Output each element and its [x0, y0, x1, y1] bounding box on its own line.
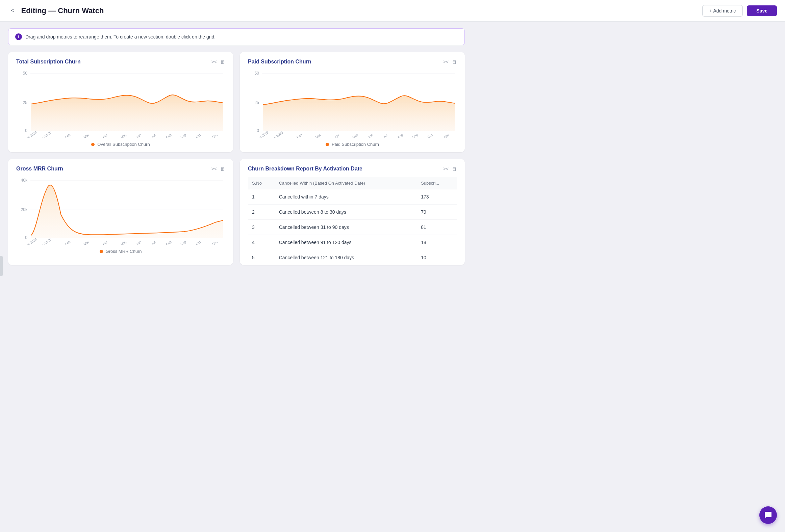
delete-icon[interactable]: 🗑 — [220, 59, 225, 64]
header-left: < Editing — Churn Watch — [8, 6, 104, 16]
svg-text:0: 0 — [25, 128, 27, 133]
table-row: 5 Cancelled between 121 to 180 days 10 — [248, 250, 457, 265]
add-metric-button[interactable]: + Add metric — [702, 5, 743, 17]
chart-legend: Overall Subscription Churn — [16, 142, 225, 147]
chart-legend: Gross MRR Churn — [16, 249, 225, 254]
svg-text:Apr: Apr — [333, 133, 340, 138]
info-banner: i Drag and drop metrics to rearrange the… — [8, 28, 465, 45]
table-row: 4 Cancelled between 91 to 120 days 18 — [248, 235, 457, 250]
expand-icon[interactable]: >< — [211, 166, 217, 171]
svg-text:Sep: Sep — [180, 240, 187, 245]
card-actions: >< 🗑 — [443, 166, 457, 171]
svg-text:0: 0 — [25, 235, 27, 240]
header: < Editing — Churn Watch + Add metric Sav… — [0, 0, 785, 22]
svg-text:Aug: Aug — [165, 133, 172, 138]
info-icon: i — [15, 33, 22, 40]
banner-text: Drag and drop metrics to rearrange them.… — [25, 34, 216, 39]
cell-value: 79 — [417, 205, 457, 220]
svg-text:May: May — [120, 240, 127, 245]
chat-bubble[interactable] — [759, 506, 777, 524]
delete-icon[interactable]: 🗑 — [452, 166, 457, 171]
svg-text:Jun: Jun — [367, 133, 373, 138]
paid-subscription-churn-card: Paid Subscription Churn >< 🗑 50 25 0 — [240, 52, 465, 152]
svg-text:Jun: Jun — [135, 133, 142, 138]
svg-text:Feb: Feb — [296, 133, 303, 138]
cell-sno: 3 — [248, 220, 275, 235]
chat-icon — [764, 511, 772, 519]
svg-text:50: 50 — [255, 71, 259, 76]
svg-text:Mar: Mar — [83, 133, 90, 138]
card-title: Churn Breakdown Report By Activation Dat… — [248, 166, 362, 172]
svg-text:Aug: Aug — [397, 133, 404, 138]
cell-label: Cancelled between 91 to 120 days — [275, 235, 417, 250]
card-header: Churn Breakdown Report By Activation Dat… — [248, 166, 457, 172]
svg-text:0: 0 — [257, 128, 259, 133]
save-button[interactable]: Save — [747, 5, 777, 16]
svg-text:Oct: Oct — [195, 133, 201, 138]
legend-label: Gross MRR Churn — [106, 249, 142, 254]
svg-text:Jul: Jul — [151, 133, 156, 138]
table-row: 2 Cancelled between 8 to 30 days 79 — [248, 205, 457, 220]
card-header: Total Subscription Churn >< 🗑 — [16, 59, 225, 65]
cell-value: 18 — [417, 235, 457, 250]
table-row: 1 Cancelled within 7 days 173 — [248, 189, 457, 205]
svg-text:Jul: Jul — [151, 240, 156, 245]
churn-breakdown-table: S.No Cancelled Within (Based On Activate… — [248, 177, 457, 265]
legend-label: Paid Subscription Churn — [332, 142, 379, 147]
dashboard-grid: Total Subscription Churn >< 🗑 50 25 0 — [8, 52, 465, 265]
page-title: Editing — Churn Watch — [21, 6, 104, 15]
legend-dot — [91, 143, 95, 146]
svg-text:Feb: Feb — [64, 240, 71, 245]
table-header-row: S.No Cancelled Within (Based On Activate… — [248, 177, 457, 189]
expand-icon[interactable]: >< — [443, 59, 449, 64]
col-subscriptions: Subscri... — [417, 177, 457, 189]
line-chart: 50 25 0 — [16, 70, 225, 138]
col-cancelled-within: Cancelled Within (Based On Activated Dat… — [275, 177, 417, 189]
chart-area: 50 25 0 — [16, 70, 225, 138]
svg-text:Mar: Mar — [83, 240, 90, 245]
svg-text:Aug: Aug — [165, 240, 172, 245]
line-chart: 50 25 0 Dec 2019 Jan 2020 — [248, 70, 457, 138]
cell-sno: 5 — [248, 250, 275, 265]
svg-text:Oct: Oct — [195, 240, 201, 245]
chart-area: 40k 20k 0 Dec 2019 — [16, 177, 225, 245]
card-title: Total Subscription Churn — [16, 59, 81, 65]
svg-text:Mar: Mar — [315, 133, 322, 138]
cell-value: 173 — [417, 189, 457, 205]
delete-icon[interactable]: 🗑 — [220, 166, 225, 171]
table-row: 3 Cancelled between 31 to 90 days 81 — [248, 220, 457, 235]
chart-area: 50 25 0 Dec 2019 Jan 2020 — [248, 70, 457, 138]
card-header: Gross MRR Churn >< 🗑 — [16, 166, 225, 172]
svg-text:May: May — [120, 133, 127, 138]
card-title: Paid Subscription Churn — [248, 59, 311, 65]
svg-text:25: 25 — [255, 100, 259, 105]
delete-icon[interactable]: 🗑 — [452, 59, 457, 64]
svg-text:20k: 20k — [21, 207, 28, 212]
cell-sno: 4 — [248, 235, 275, 250]
card-header: Paid Subscription Churn >< 🗑 — [248, 59, 457, 65]
svg-text:Jan 2020: Jan 2020 — [39, 130, 52, 138]
content-area: i Drag and drop metrics to rearrange the… — [0, 22, 473, 272]
cell-label: Cancelled between 121 to 180 days — [275, 250, 417, 265]
gross-mrr-churn-card: Gross MRR Churn >< 🗑 40k 20k 0 — [8, 159, 233, 265]
cell-value: 81 — [417, 220, 457, 235]
cell-sno: 1 — [248, 189, 275, 205]
cell-sno: 2 — [248, 205, 275, 220]
svg-text:Nov: Nov — [211, 240, 219, 245]
svg-text:40k: 40k — [21, 178, 28, 183]
legend-dot — [100, 250, 103, 253]
cell-value: 10 — [417, 250, 457, 265]
svg-text:Oct: Oct — [427, 133, 433, 138]
expand-icon[interactable]: >< — [443, 166, 449, 171]
cell-label: Cancelled between 31 to 90 days — [275, 220, 417, 235]
svg-text:25: 25 — [23, 100, 28, 105]
back-button[interactable]: < — [8, 6, 17, 16]
col-sno: S.No — [248, 177, 275, 189]
svg-text:Jun: Jun — [135, 240, 142, 245]
svg-text:Nov: Nov — [211, 133, 219, 138]
card-actions: >< 🗑 — [443, 59, 457, 64]
sidebar-drag-handle[interactable] — [0, 256, 3, 276]
card-title: Gross MRR Churn — [16, 166, 63, 172]
expand-icon[interactable]: >< — [211, 59, 217, 64]
svg-text:Feb: Feb — [64, 133, 71, 138]
